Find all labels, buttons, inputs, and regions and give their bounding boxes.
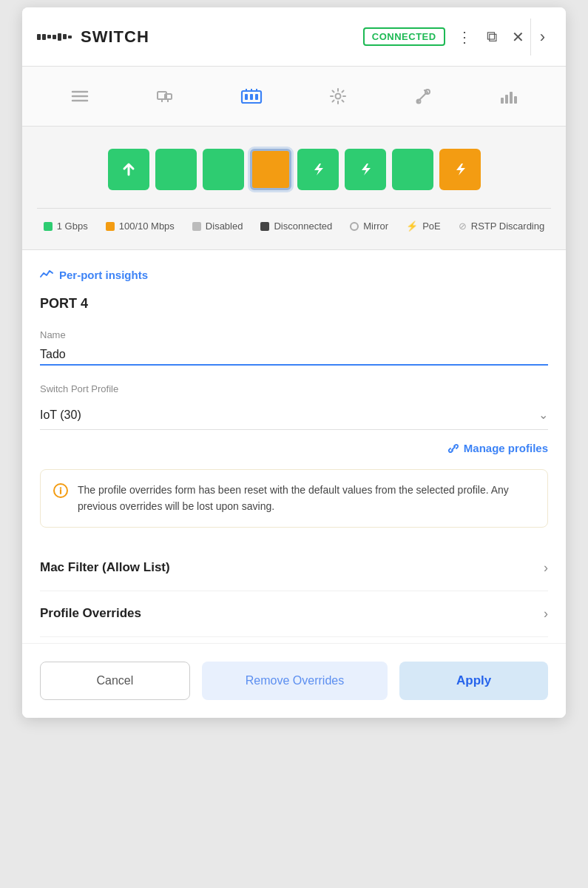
copy-button[interactable]: ⧉ <box>484 25 500 48</box>
tab-list[interactable] <box>61 80 99 112</box>
page-title: SWITCH <box>81 27 363 47</box>
mac-filter-row[interactable]: Mac Filter (Allow List) › <box>40 545 548 591</box>
tab-ports[interactable] <box>231 78 272 114</box>
port-title: PORT 4 <box>40 296 548 312</box>
tab-devices[interactable] <box>146 80 184 112</box>
tab-stats[interactable] <box>489 80 527 112</box>
port-5-button[interactable] <box>297 149 339 190</box>
insights-label: Per-port insights <box>59 269 148 281</box>
svg-point-23 <box>60 487 61 488</box>
port-grid <box>37 149 551 190</box>
port-section: 1 Gbps 100/10 Mbps Disabled Disconnected… <box>22 127 566 250</box>
profile-overrides-chevron-icon: › <box>544 606 548 622</box>
expand-button[interactable]: › <box>534 24 551 50</box>
svg-rect-10 <box>255 94 258 100</box>
port-3-button[interactable] <box>203 149 244 190</box>
info-icon <box>53 482 69 515</box>
profile-overrides-row[interactable]: Profile Overrides › <box>40 591 548 637</box>
remove-overrides-button[interactable]: Remove Overrides <box>202 662 388 700</box>
mac-filter-label: Mac Filter (Allow List) <box>40 560 170 575</box>
header-actions: ⋮ ⧉ ✕ <box>454 25 527 49</box>
insights-icon <box>40 268 53 281</box>
apply-button[interactable]: Apply <box>399 662 548 700</box>
port-7-button[interactable] <box>392 149 433 190</box>
legend-poe: ⚡ PoE <box>406 221 441 232</box>
header-divider <box>530 18 531 56</box>
profile-overrides-label: Profile Overrides <box>40 606 141 621</box>
name-input[interactable] <box>40 345 548 366</box>
switch-port-profile-label: Switch Port Profile <box>40 383 548 394</box>
port-4-button[interactable] <box>250 149 291 190</box>
profile-value: IoT (30) <box>40 408 81 422</box>
port-6-button[interactable] <box>345 149 386 190</box>
legend-100mbps: 100/10 Mbps <box>106 221 175 232</box>
tab-settings[interactable] <box>319 80 357 112</box>
status-badge: CONNECTED <box>363 27 445 46</box>
port-8-button[interactable] <box>439 149 481 190</box>
svg-rect-9 <box>250 94 253 100</box>
footer-buttons: Cancel Remove Overrides Apply <box>22 643 566 718</box>
mac-filter-chevron-icon: › <box>544 560 548 576</box>
svg-rect-19 <box>510 92 513 104</box>
legend-rstp: ⊘ RSTP Discarding <box>459 221 544 232</box>
close-button[interactable]: ✕ <box>509 25 527 49</box>
info-message: The profile overrides form has been rese… <box>78 482 535 515</box>
legend: 1 Gbps 100/10 Mbps Disabled Disconnected… <box>37 221 551 232</box>
header: SWITCH CONNECTED ⋮ ⧉ ✕ › <box>22 7 566 67</box>
svg-rect-18 <box>505 95 508 104</box>
info-box: The profile overrides form has been rese… <box>40 469 548 528</box>
svg-rect-20 <box>514 96 517 104</box>
manage-profiles-text: Manage profiles <box>464 442 548 454</box>
manage-profiles-link[interactable]: Manage profiles <box>40 442 548 454</box>
svg-rect-17 <box>501 98 504 104</box>
nav-tabs <box>22 67 566 127</box>
main-content: Per-port insights PORT 4 Name Switch Por… <box>22 250 566 637</box>
port-1-button[interactable] <box>108 149 149 190</box>
legend-disconnected: Disconnected <box>260 221 332 232</box>
svg-point-14 <box>336 94 341 99</box>
link-icon <box>447 443 459 454</box>
main-panel: SWITCH CONNECTED ⋮ ⧉ ✕ › <box>22 7 566 718</box>
per-port-insights-link[interactable]: Per-port insights <box>40 268 548 281</box>
port-2-button[interactable] <box>155 149 197 190</box>
profile-select-dropdown[interactable]: IoT (30) ⌄ <box>40 400 548 430</box>
switch-icon <box>37 33 72 41</box>
legend-1gbps: 1 Gbps <box>44 221 88 232</box>
more-options-button[interactable]: ⋮ <box>454 25 475 49</box>
svg-rect-8 <box>245 94 248 100</box>
cancel-button[interactable]: Cancel <box>40 662 190 700</box>
profile-chevron-icon: ⌄ <box>538 408 548 422</box>
profile-group: Switch Port Profile IoT (30) ⌄ <box>40 383 548 430</box>
tab-tools[interactable] <box>404 80 442 112</box>
name-label: Name <box>40 329 548 340</box>
legend-disabled: Disabled <box>192 221 243 232</box>
legend-mirror: Mirror <box>350 221 388 232</box>
name-field-group: Name <box>40 329 548 366</box>
